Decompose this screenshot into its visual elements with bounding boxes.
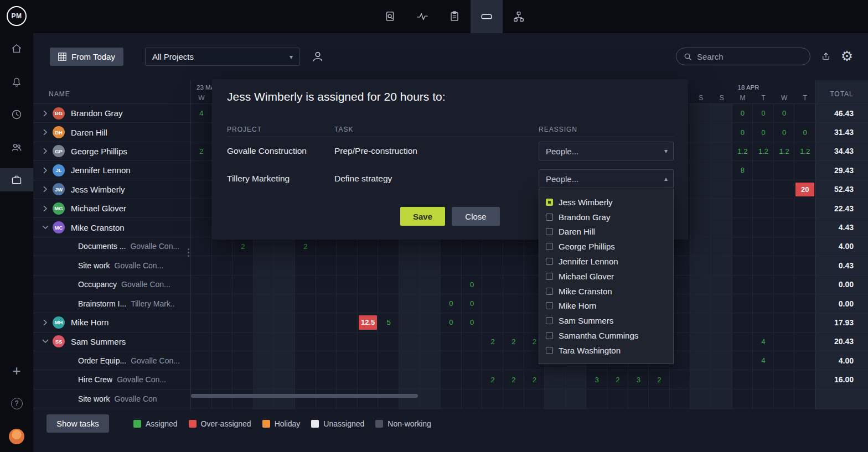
person-row[interactable]: GPGeorge Phillips <box>33 142 190 161</box>
unchecked-checkbox[interactable] <box>546 347 553 354</box>
people-option[interactable]: Sam Summers <box>539 313 673 328</box>
add-plus-icon[interactable]: + <box>0 359 33 382</box>
assigned-cell[interactable]: 2 <box>503 370 524 388</box>
unchecked-checkbox[interactable] <box>546 317 553 324</box>
over-assigned-cell[interactable]: 20 <box>795 183 814 196</box>
person-row[interactable]: JLJennifer Lennon <box>33 161 190 180</box>
assigned-cell[interactable]: 0 <box>794 123 815 141</box>
assigned-cell[interactable]: 2 <box>295 237 316 256</box>
expand-chevron-icon[interactable] <box>41 110 50 117</box>
notifications-bell-icon[interactable] <box>0 70 33 93</box>
assigned-cell[interactable]: 1.2 <box>732 142 753 160</box>
assigned-cell[interactable]: 4 <box>753 351 774 370</box>
person-row[interactable]: DHDaren Hill <box>33 123 190 142</box>
assigned-cell[interactable]: 3 <box>586 370 607 388</box>
assigned-cell[interactable]: 0 <box>441 294 462 313</box>
workload-icon[interactable] <box>471 0 503 33</box>
assigned-cell[interactable]: 0 <box>753 104 774 122</box>
home-icon[interactable] <box>0 37 33 60</box>
save-button[interactable]: Save <box>400 207 445 226</box>
close-button[interactable]: Close <box>452 207 500 226</box>
horizontal-scrollbar[interactable] <box>191 394 418 398</box>
person-row[interactable]: JWJess Wimberly <box>33 180 190 199</box>
expand-chevron-icon[interactable] <box>41 129 50 136</box>
people-option[interactable]: George Phillips <box>539 239 673 254</box>
expand-chevron-icon[interactable] <box>41 224 50 231</box>
people-option[interactable]: Mike Cranston <box>539 284 673 299</box>
unchecked-checkbox[interactable] <box>546 228 553 235</box>
time-clock-icon[interactable] <box>0 103 33 126</box>
assigned-cell[interactable]: 0 <box>462 313 483 331</box>
export-share-icon[interactable] <box>818 48 834 65</box>
expand-chevron-icon[interactable] <box>41 319 50 326</box>
assigned-cell[interactable]: 1.2 <box>774 142 795 160</box>
assigned-cell[interactable]: 2 <box>649 370 670 388</box>
people-option[interactable]: Michael Glover <box>539 269 673 284</box>
assigned-cell[interactable]: 2 <box>482 370 503 388</box>
people-option[interactable]: Brandon Gray <box>539 210 673 225</box>
people-option[interactable]: Samantha Cummings <box>539 328 673 343</box>
expand-chevron-icon[interactable] <box>41 167 50 174</box>
help-icon[interactable]: ? <box>0 392 33 415</box>
project-filter-dropdown[interactable]: All Projects ▾ <box>145 48 300 66</box>
checked-checkbox[interactable] <box>546 199 553 206</box>
people-option[interactable]: Daren Hill <box>539 225 673 240</box>
people-filter-icon[interactable] <box>308 46 328 66</box>
person-row[interactable]: MCMike Cranston <box>33 218 190 237</box>
activity-pulse-icon[interactable] <box>406 0 438 33</box>
unchecked-checkbox[interactable] <box>546 302 553 309</box>
task-row[interactable]: Site workGovalle Con <box>33 389 190 408</box>
unchecked-checkbox[interactable] <box>546 288 553 295</box>
assigned-cell[interactable]: 1.2 <box>794 142 815 160</box>
assigned-cell[interactable]: 5 <box>378 313 399 331</box>
task-row[interactable]: Brainstorm I...Tillery Mark.. <box>33 294 190 313</box>
unchecked-checkbox[interactable] <box>546 273 553 280</box>
task-list-clipboard-icon[interactable] <box>438 0 471 33</box>
assigned-cell[interactable]: 0 <box>462 276 483 294</box>
assigned-cell[interactable]: 0 <box>774 104 795 122</box>
expand-chevron-icon[interactable] <box>41 205 50 212</box>
people-option[interactable]: Tara Washington <box>539 343 673 358</box>
assigned-cell[interactable]: 4 <box>191 104 212 122</box>
team-people-icon[interactable] <box>0 136 33 159</box>
assigned-cell[interactable]: 0 <box>774 123 795 141</box>
people-option[interactable]: Mike Horn <box>539 299 673 314</box>
assigned-cell[interactable]: 0 <box>732 104 753 122</box>
search-input[interactable]: Search <box>676 48 810 65</box>
assigned-cell[interactable]: 0 <box>462 294 483 313</box>
expand-chevron-icon[interactable] <box>41 338 50 345</box>
app-logo[interactable]: PM <box>7 6 27 26</box>
assigned-cell[interactable]: 1.2 <box>753 142 774 160</box>
user-avatar[interactable] <box>0 425 33 448</box>
assigned-cell[interactable]: 2 <box>191 142 212 160</box>
assigned-cell[interactable]: 4 <box>753 332 774 351</box>
assigned-cell[interactable]: 2 <box>232 237 254 256</box>
from-today-button[interactable]: From Today <box>50 48 123 66</box>
search-document-icon[interactable] <box>374 0 406 33</box>
assigned-cell[interactable]: 8 <box>732 161 753 179</box>
person-row[interactable]: MGMichael Glover <box>33 199 190 218</box>
assigned-cell[interactable]: 2 <box>482 332 503 351</box>
task-row[interactable]: OccupancyGovalle Con... <box>33 276 190 294</box>
person-row[interactable]: MHMike Horn <box>33 313 190 332</box>
settings-gear-icon[interactable]: ⚙ <box>838 46 856 65</box>
assigned-cell[interactable]: 2 <box>524 370 545 388</box>
assigned-cell[interactable]: 0 <box>732 123 753 141</box>
expand-chevron-icon[interactable] <box>41 148 50 154</box>
unchecked-checkbox[interactable] <box>546 214 553 221</box>
assigned-cell[interactable]: 0 <box>441 313 462 331</box>
person-row[interactable]: BGBrandon Gray <box>33 104 190 123</box>
task-row[interactable]: Site workGovalle Con... <box>33 256 190 275</box>
assigned-cell[interactable]: 2 <box>503 332 524 351</box>
over-assigned-cell[interactable]: 12.5 <box>359 315 378 329</box>
portfolio-briefcase-icon[interactable] <box>0 168 33 191</box>
assigned-cell[interactable]: 0 <box>753 123 774 141</box>
people-option[interactable]: Jess Wimberly <box>539 195 673 210</box>
show-tasks-button[interactable]: Show tasks <box>46 414 109 433</box>
task-row[interactable]: Documents ...Govalle Con... <box>33 237 190 256</box>
reassign-people-dropdown[interactable]: People...▴ <box>539 169 674 188</box>
unchecked-checkbox[interactable] <box>546 243 553 250</box>
person-row[interactable]: SSSam Summers <box>33 332 190 351</box>
task-row[interactable]: Hire CrewGovalle Con... <box>33 370 190 389</box>
panel-resize-handle[interactable] <box>186 247 190 258</box>
